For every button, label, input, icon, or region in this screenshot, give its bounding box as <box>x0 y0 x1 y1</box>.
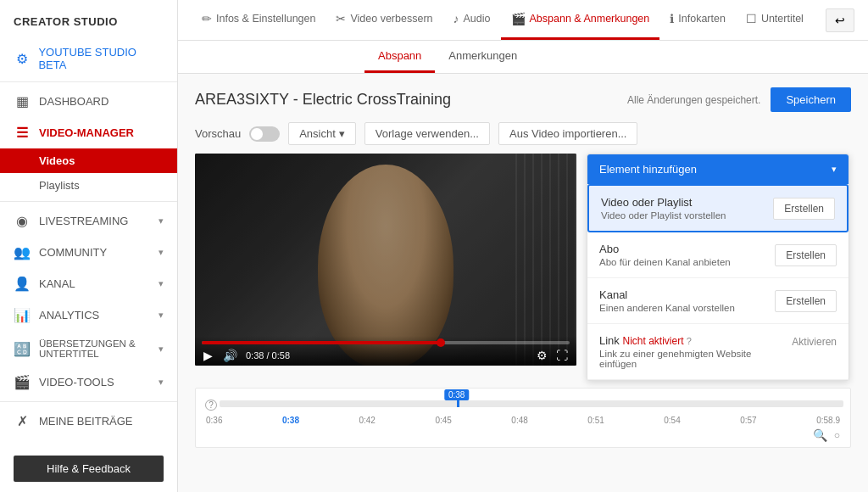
tab-verbessern[interactable]: ✂ Video verbessern <box>326 0 442 40</box>
sub-tab-bar: Abspann Anmerkungen <box>178 41 868 74</box>
dropdown-item-create-button[interactable]: Erstellen <box>775 290 837 312</box>
main-content: ✏ Infos & Einstellungen ✂ Video verbesse… <box>178 0 868 492</box>
play-button[interactable]: ▶ <box>202 349 214 362</box>
settings-button[interactable]: ⚙ <box>535 349 549 362</box>
tab-abspann[interactable]: 🎬 Abspann & Anmerkungen <box>501 0 660 40</box>
chevron-down-icon: ▾ <box>832 164 837 175</box>
title-actions: Alle Änderungen gespeichert. Speichern <box>627 87 851 112</box>
sidebar-footer: Hilfe & Feedback <box>0 445 177 492</box>
dropdown-item-desc: Einen anderen Kanal vorstellen <box>599 303 768 313</box>
sidebar-item-label: LIVESTREAMING <box>39 215 128 227</box>
dropdown-item-title: Kanal <box>599 288 768 301</box>
tab-infokarten[interactable]: ℹ Infokarten <box>659 0 736 40</box>
importieren-button[interactable]: Aus Video importieren... <box>498 122 638 145</box>
timeline-label-current: 0:38 <box>282 416 299 425</box>
community-icon: 👥 <box>14 244 31 260</box>
sidebar-item-kanal[interactable]: 👤 KANAL ▾ <box>0 268 177 299</box>
dropdown-item-text: Kanal Einen anderen Kanal vorstellen <box>599 288 768 313</box>
sub-tab-abspann[interactable]: Abspann <box>364 41 435 73</box>
divider <box>0 81 177 82</box>
dropdown-item-title: Abo <box>599 243 768 255</box>
save-button[interactable]: Speichern <box>771 87 851 112</box>
sidebar-subitem-videos[interactable]: Videos <box>0 148 177 173</box>
chevron-down-icon: ▾ <box>159 344 164 355</box>
sidebar: CREATOR STUDIO ⚙ YOUTUBE STUDIO BETA ▦ D… <box>0 0 178 492</box>
tab-label: Abspann & Anmerkungen <box>530 13 650 25</box>
timeline: ? 0:38 0:36 0:38 0:42 0:45 0:48 0:51 0:5… <box>195 388 851 448</box>
fullscreen-button[interactable]: ⛶ <box>554 349 570 362</box>
timeline-track[interactable]: 0:38 <box>220 400 843 407</box>
dashboard-icon: ▦ <box>14 93 31 109</box>
search-icon[interactable]: 🔍 <box>813 428 827 442</box>
timeline-label: 0:57 <box>740 416 756 425</box>
timeline-zoom-control[interactable]: ○ <box>834 429 840 441</box>
timeline-help-icon: ? <box>203 398 220 411</box>
sidebar-item-label: ANALYTICS <box>39 309 99 321</box>
chevron-down-icon: ▾ <box>159 215 164 226</box>
link-activate-button[interactable]: Aktivieren <box>792 336 837 348</box>
sidebar-item-dashboard[interactable]: ▦ DASHBOARD <box>0 86 177 117</box>
help-feedback-button[interactable]: Hilfe & Feedback <box>14 456 164 482</box>
tab-infos[interactable]: ✏ Infos & Einstellungen <box>192 0 326 40</box>
dropdown-item-title: Link Nicht aktiviert ? <box>599 334 785 347</box>
dropdown-item-kanal[interactable]: Kanal Einen anderen Kanal vorstellen Ers… <box>587 278 849 324</box>
tab-untertitel[interactable]: ☐ Untertitel <box>736 0 814 40</box>
timeline-bottom: 🔍 ○ <box>203 425 843 442</box>
content-area: AREA3SIXTY - Electric CrossTraining Alle… <box>178 74 868 492</box>
vorschau-toggle[interactable] <box>249 126 280 142</box>
timeline-label: 0:51 <box>587 416 604 425</box>
vorschau-label: Vorschau <box>195 127 241 140</box>
dropdown-arrow-icon: ▾ <box>339 127 345 140</box>
scissors-icon: ✂ <box>336 12 346 25</box>
clapperboard-icon: 🎬 <box>511 12 526 25</box>
dropdown-item-abo[interactable]: Abo Abo für deinen Kanal anbieten Erstel… <box>587 232 849 278</box>
sidebar-item-label: YOUTUBE STUDIO BETA <box>38 46 164 71</box>
sidebar-item-video-manager[interactable]: ☰ VIDEO-MANAGER <box>0 117 177 148</box>
sidebar-item-community[interactable]: 👥 COMMUNITY ▾ <box>0 237 177 268</box>
current-time: 0:38 <box>246 350 264 361</box>
sidebar-item-yt-beta[interactable]: ⚙ YOUTUBE STUDIO BETA <box>0 38 177 78</box>
progress-bar[interactable] <box>202 341 570 344</box>
subtitle-icon: ☐ <box>746 12 757 25</box>
help-icon: ? <box>687 336 692 346</box>
video-area: ▶ 🔊 0:38 / 0:58 ⚙ ⛶ <box>195 154 851 381</box>
sidebar-item-label: COMMUNITY <box>39 246 107 259</box>
sidebar-item-label: DASHBOARD <box>39 95 108 108</box>
dropdown-header[interactable]: Element hinzufügen ▾ <box>587 154 849 184</box>
divider <box>0 401 177 402</box>
vc-right-controls: ⚙ ⛶ <box>535 349 570 362</box>
sidebar-item-video-tools[interactable]: 🎬 VIDEO-TOOLS ▾ <box>0 366 177 398</box>
analytics-icon: 📊 <box>14 307 31 323</box>
progress-thumb <box>437 338 445 347</box>
dropdown-item-video-playlist[interactable]: Video oder Playlist Video oder Playlist … <box>587 184 849 232</box>
timeline-label: 0:58.9 <box>816 416 840 425</box>
tab-label: Untertitel <box>761 13 804 25</box>
controls-row: Vorschau Ansicht ▾ Vorlage verwenden... … <box>195 122 851 145</box>
sub-tab-anmerkungen[interactable]: Anmerkungen <box>435 41 531 73</box>
chevron-down-icon: ▾ <box>159 278 164 289</box>
video-control-row: ▶ 🔊 0:38 / 0:58 ⚙ ⛶ <box>202 349 570 362</box>
sidebar-item-analytics[interactable]: 📊 ANALYTICS ▾ <box>0 299 177 331</box>
sidebar-item-label: ÜBERSETZUNGEN & UNTERTITEL <box>39 338 150 359</box>
dropdown-item-create-button[interactable]: Erstellen <box>773 198 835 220</box>
sidebar-item-meine-beitraege[interactable]: ✗ MEINE BEITRÄGE <box>0 405 177 437</box>
dropdown-item-link[interactable]: Link Nicht aktiviert ? Link zu einer gen… <box>587 324 849 380</box>
kanal-icon: 👤 <box>14 276 31 292</box>
video-player[interactable]: ▶ 🔊 0:38 / 0:58 ⚙ ⛶ <box>195 154 576 366</box>
tab-audio[interactable]: ♪ Audio <box>443 0 501 40</box>
element-dropdown-panel: Element hinzufügen ▾ Video oder Playlist… <box>587 154 849 381</box>
timeline-current-time: 0:38 <box>444 389 469 400</box>
ansicht-button[interactable]: Ansicht ▾ <box>288 122 356 145</box>
dropdown-item-title: Video oder Playlist <box>601 196 766 209</box>
top-tab-bar: ✏ Infos & Einstellungen ✂ Video verbesse… <box>178 0 868 41</box>
info-icon: ℹ <box>670 12 674 25</box>
back-button[interactable]: ↩ <box>826 8 854 32</box>
sidebar-item-uebersetzungen[interactable]: 🔠 ÜBERSETZUNGEN & UNTERTITEL ▾ <box>0 331 177 366</box>
video-thumbnail <box>195 154 576 366</box>
sidebar-subitem-playlists[interactable]: Playlists <box>0 173 177 198</box>
sidebar-item-livestreaming[interactable]: ◉ LIVESTREAMING ▾ <box>0 205 177 237</box>
divider <box>0 201 177 202</box>
dropdown-item-create-button[interactable]: Erstellen <box>775 244 837 266</box>
vorlage-button[interactable]: Vorlage verwenden... <box>364 122 490 145</box>
volume-button[interactable]: 🔊 <box>221 349 239 362</box>
